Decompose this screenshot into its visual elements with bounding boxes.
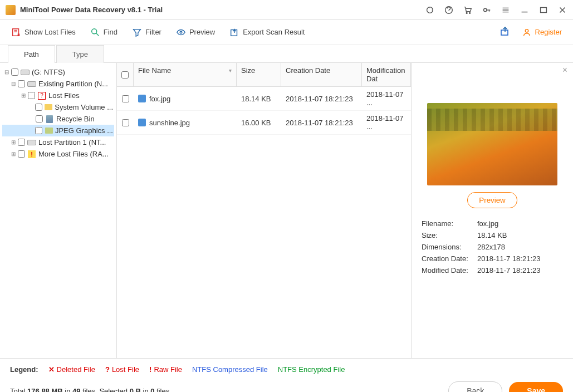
legend-compressed: NTFS Compressed File — [192, 365, 268, 374]
preview-label: Preview — [189, 28, 215, 36]
legend-deleted: ✕Deleted File — [48, 365, 95, 374]
collapse-icon[interactable]: ⊟ — [10, 81, 17, 87]
file-list: File Name▾ Size Creation Date Modificati… — [117, 63, 412, 358]
folder-tree: ⊟ (G: NTFS) ⊟ Existing Partition (N... ⊞… — [0, 63, 117, 358]
legend-label: Legend: — [10, 365, 38, 374]
minimize-icon[interactable] — [520, 5, 530, 15]
window-controls — [425, 5, 567, 15]
show-lost-label: Show Lost Files — [25, 28, 76, 36]
folder-icon — [45, 104, 52, 110]
drive-icon — [21, 70, 30, 75]
svg-rect-6 — [13, 28, 19, 36]
maximize-icon[interactable] — [538, 5, 548, 15]
tree-checkbox[interactable] — [18, 80, 25, 87]
footer-stats: Total 176.88 MB in 49 files. Selected 0 … — [10, 387, 442, 393]
exclamation-icon: ! — [28, 150, 36, 158]
share-icon[interactable] — [499, 26, 511, 38]
tree-jpeg[interactable]: JPEG Graphics ... — [2, 125, 114, 136]
expand-icon[interactable]: ⊞ — [20, 92, 27, 99]
preview-button[interactable]: Preview — [176, 27, 215, 37]
back-button[interactable]: Back — [448, 381, 502, 392]
file-list-header: File Name▾ Size Creation Date Modificati… — [117, 63, 411, 87]
support-icon[interactable] — [444, 5, 454, 15]
col-size[interactable]: Size — [237, 63, 281, 86]
register-label: Register — [535, 28, 562, 36]
tree-checkbox[interactable] — [36, 115, 43, 122]
legend: Legend: ✕Deleted File ?Lost File !Raw Fi… — [0, 358, 573, 376]
svg-point-7 — [91, 28, 96, 33]
close-preview-icon[interactable]: × — [562, 65, 567, 75]
title-bar: MiniTool Power Data Recovery v8.1 - Tria… — [0, 0, 573, 20]
file-checkbox[interactable] — [122, 95, 129, 102]
tab-type[interactable]: Type — [56, 45, 104, 63]
view-tabs: Path Type — [0, 45, 573, 63]
tree-checkbox[interactable] — [28, 92, 35, 99]
menu-icon[interactable] — [501, 5, 511, 15]
tree-lost-partition[interactable]: ⊞ Lost Partition 1 (NT... — [2, 136, 114, 148]
key-icon[interactable] — [482, 5, 492, 15]
tree-checkbox[interactable] — [18, 150, 25, 158]
svg-point-8 — [180, 31, 182, 33]
tree-lost-files[interactable]: ⊞ ? Lost Files — [2, 90, 114, 101]
export-label: Export Scan Result — [243, 28, 305, 36]
recycle-bin-icon — [46, 115, 53, 123]
preview-image — [427, 103, 557, 185]
sort-desc-icon: ▾ — [229, 67, 232, 74]
collapse-icon[interactable]: ⊟ — [3, 69, 10, 75]
file-checkbox[interactable] — [122, 119, 129, 126]
col-modification-date[interactable]: Modification Dat — [362, 63, 411, 86]
register-button[interactable]: Register — [522, 27, 562, 37]
tree-more-lost[interactable]: ⊞ ! More Lost Files (RA... — [2, 148, 114, 160]
tree-checkbox[interactable] — [35, 127, 42, 134]
svg-point-2 — [466, 12, 467, 13]
refresh-icon[interactable] — [425, 5, 435, 15]
tree-sysvol[interactable]: System Volume ... — [2, 101, 114, 113]
file-metadata: Filename:fox.jpg Size:18.14 KB Dimension… — [422, 219, 563, 275]
toolbar: Show Lost Files Find Filter Preview Expo… — [0, 20, 573, 45]
image-file-icon — [138, 95, 146, 102]
image-file-icon — [138, 119, 146, 126]
filter-label: Filter — [145, 28, 161, 36]
close-icon[interactable] — [557, 5, 567, 15]
question-icon: ? — [38, 92, 46, 100]
app-icon — [6, 5, 16, 15]
file-row[interactable]: fox.jpg 18.14 KB 2018-11-07 18:21:23 201… — [117, 87, 411, 111]
svg-point-4 — [484, 8, 487, 11]
cart-icon[interactable] — [463, 5, 473, 15]
footer: Total 176.88 MB in 49 files. Selected 0 … — [0, 376, 573, 392]
legend-raw: !Raw File — [149, 365, 182, 374]
find-label: Find — [104, 28, 117, 36]
legend-lost: ?Lost File — [105, 365, 139, 374]
drive-icon — [27, 140, 36, 145]
col-creation-date[interactable]: Creation Date — [281, 63, 362, 86]
filter-button[interactable]: Filter — [132, 27, 161, 37]
file-row[interactable]: sunshine.jpg 16.00 KB 2018-11-07 18:21:2… — [117, 111, 411, 135]
export-button[interactable]: Export Scan Result — [229, 27, 305, 37]
tree-existing-partition[interactable]: ⊟ Existing Partition (N... — [2, 78, 114, 90]
legend-encrypted: NTFS Encrypted File — [278, 365, 345, 374]
preview-open-button[interactable]: Preview — [467, 192, 517, 208]
tree-checkbox[interactable] — [11, 68, 18, 76]
tree-recycle[interactable]: Recycle Bin — [2, 113, 114, 125]
find-button[interactable]: Find — [90, 27, 117, 37]
tab-path[interactable]: Path — [8, 45, 55, 63]
preview-pane: × Preview Filename:fox.jpg Size:18.14 KB… — [412, 63, 573, 358]
select-all-checkbox[interactable] — [121, 71, 129, 79]
svg-point-3 — [469, 12, 471, 13]
svg-point-11 — [525, 29, 528, 32]
save-button[interactable]: Save — [509, 382, 563, 392]
folder-icon — [45, 128, 53, 134]
expand-icon[interactable]: ⊞ — [10, 151, 17, 157]
svg-rect-5 — [541, 7, 547, 12]
tree-checkbox[interactable] — [18, 139, 25, 146]
col-filename[interactable]: File Name▾ — [134, 63, 237, 86]
show-lost-files-button[interactable]: Show Lost Files — [11, 27, 76, 37]
expand-icon[interactable]: ⊞ — [10, 139, 17, 145]
window-title: MiniTool Power Data Recovery v8.1 - Tria… — [20, 6, 425, 14]
drive-icon — [27, 81, 36, 87]
tree-root[interactable]: ⊟ (G: NTFS) — [2, 66, 114, 78]
tree-checkbox[interactable] — [35, 104, 42, 111]
svg-rect-10 — [501, 30, 508, 35]
